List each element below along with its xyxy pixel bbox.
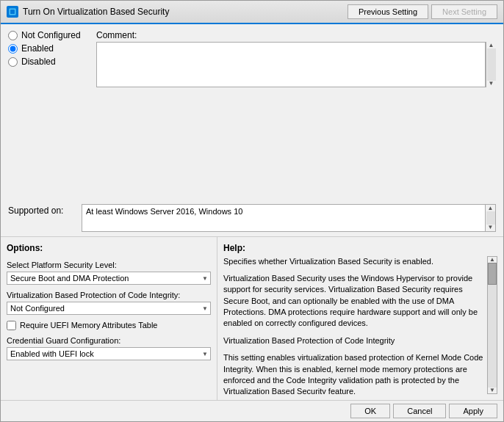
comment-textarea[interactable] <box>96 42 486 87</box>
toolbar-buttons: Previous Setting Next Setting <box>348 4 497 19</box>
help-content: Specifies whether Virtualization Based S… <box>223 256 497 395</box>
help-p3: Virtualization Based Protection of Code … <box>223 335 487 346</box>
scroll-up-arrow[interactable]: ▲ <box>489 43 494 48</box>
platform-security-section: Select Platform Security Level: Secure B… <box>7 261 211 285</box>
help-text: Specifies whether Virtualization Based S… <box>223 256 487 395</box>
apply-button[interactable]: Apply <box>449 404 497 418</box>
title-bar: Turn On Virtualization Based Security Pr… <box>1 1 503 24</box>
comment-textarea-wrapper: ▲ ▼ <box>96 42 496 194</box>
help-title: Help: <box>223 243 497 253</box>
radio-disabled[interactable]: Disabled <box>8 57 89 67</box>
comment-scrollbar: ▲ ▼ <box>486 42 496 87</box>
credential-guard-section: Credential Guard Configuration: Disabled… <box>7 336 211 360</box>
vbs-protection-section: Virtualization Based Protection of Code … <box>7 291 211 315</box>
scroll-track <box>487 48 496 81</box>
window-icon <box>7 6 18 18</box>
vbs-protection-select-wrapper: Not Configured Enabled without lock Enab… <box>7 302 211 315</box>
radio-enabled[interactable]: Enabled <box>8 43 89 54</box>
supported-label: Supported on: <box>8 204 74 216</box>
help-scroll-track <box>488 263 497 388</box>
radio-not-configured[interactable]: Not Configured <box>8 30 89 40</box>
supported-box: At least Windows Server 2016, Windows 10… <box>82 204 496 232</box>
help-p2: Virtualization Based Security uses the W… <box>223 273 487 330</box>
radio-group: Not Configured Enabled Disabled <box>8 30 89 194</box>
options-help-row: Options: Select Platform Security Level:… <box>1 237 503 401</box>
ok-button[interactable]: OK <box>350 404 390 418</box>
previous-setting-button[interactable]: Previous Setting <box>348 4 428 19</box>
next-setting-button[interactable]: Next Setting <box>431 4 497 19</box>
options-panel: Options: Select Platform Security Level:… <box>1 237 217 401</box>
help-scroll-down[interactable]: ▼ <box>489 388 495 393</box>
vbs-protection-label: Virtualization Based Protection of Code … <box>7 291 211 299</box>
help-panel: Help: Specifies whether Virtualization B… <box>217 237 503 401</box>
comment-section: Comment: ▲ ▼ <box>96 30 496 194</box>
radio-comment-area: Not Configured Enabled Disabled Comment: <box>1 24 503 200</box>
uefi-checkbox-text: Require UEFI Memory Attributes Table <box>20 321 157 330</box>
platform-security-select-wrapper: Secure Boot Secure Boot and DMA Protecti… <box>7 272 211 285</box>
credential-guard-select-wrapper: Disabled Enabled with UEFI lock Enabled … <box>7 347 211 360</box>
window-title: Turn On Virtualization Based Security <box>23 7 169 17</box>
help-p1: Specifies whether Virtualization Based S… <box>223 256 487 267</box>
platform-security-select[interactable]: Secure Boot Secure Boot and DMA Protecti… <box>7 272 211 285</box>
cancel-button[interactable]: Cancel <box>393 404 446 418</box>
scroll-down-arrow[interactable]: ▼ <box>489 81 494 87</box>
main-content: Not Configured Enabled Disabled Comment: <box>1 24 503 400</box>
credential-guard-label: Credential Guard Configuration: <box>7 336 211 345</box>
supported-scroll-down[interactable]: ▼ <box>488 225 494 230</box>
uefi-checkbox-label[interactable]: Require UEFI Memory Attributes Table <box>7 321 211 330</box>
supported-value: At least Windows Server 2016, Windows 10 <box>86 207 242 216</box>
main-window: Turn On Virtualization Based Security Pr… <box>0 0 504 422</box>
help-p4: This setting enables virtualization base… <box>223 352 487 394</box>
title-bar-left: Turn On Virtualization Based Security <box>7 6 169 18</box>
supported-scroll-track <box>486 211 495 225</box>
platform-security-label: Select Platform Security Level: <box>7 261 211 269</box>
vbs-protection-select[interactable]: Not Configured Enabled without lock Enab… <box>7 302 211 315</box>
comment-label: Comment: <box>96 30 496 40</box>
bottom-bar: OK Cancel Apply <box>1 400 503 421</box>
help-scrollbar: ▲ ▼ <box>487 256 497 395</box>
svg-rect-1 <box>10 10 15 14</box>
credential-guard-select[interactable]: Disabled Enabled with UEFI lock Enabled … <box>7 347 211 360</box>
help-scroll-up[interactable]: ▲ <box>489 257 495 263</box>
supported-scroll-up[interactable]: ▲ <box>488 205 494 211</box>
help-scroll-thumb[interactable] <box>488 263 497 285</box>
options-title: Options: <box>7 243 211 253</box>
supported-scrollbar: ▲ ▼ <box>485 205 495 231</box>
help-scroll-area: Specifies whether Virtualization Based S… <box>223 256 487 395</box>
uefi-checkbox[interactable] <box>7 321 16 330</box>
supported-row: Supported on: At least Windows Server 20… <box>1 200 503 237</box>
